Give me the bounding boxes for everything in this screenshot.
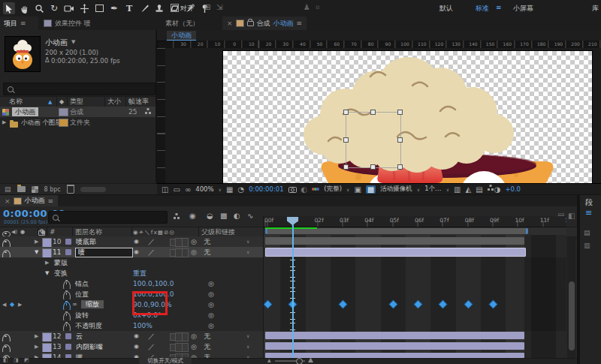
- quality-switch[interactable]: ◉: [134, 331, 139, 341]
- align-left-icon[interactable]: ▤: [584, 229, 590, 236]
- align-checkbox[interactable]: [171, 4, 179, 12]
- pickwhip-icon[interactable]: ◎: [191, 341, 197, 352]
- pickwhip-icon[interactable]: ◎: [191, 236, 197, 247]
- selection-handle[interactable]: [370, 164, 376, 170]
- rectangle-tool[interactable]: [93, 2, 105, 14]
- fx-switch[interactable]: ／: [148, 341, 155, 352]
- include-in-render-icon[interactable]: ◎: [208, 310, 214, 320]
- current-keyframe-icon[interactable]: ◆: [10, 299, 14, 310]
- library-tab[interactable]: 库: [592, 4, 599, 14]
- pickwhip-icon[interactable]: ◎: [191, 352, 197, 358]
- track-area[interactable]: 00f01f02f03f04f05f06f07f08f09f10f11f12f: [264, 216, 566, 358]
- blend-boxes[interactable]: [170, 239, 176, 246]
- include-in-render-icon[interactable]: ◎: [208, 278, 214, 289]
- parent-value[interactable]: 无: [204, 331, 210, 341]
- interpret-footage-icon[interactable]: ▤: [5, 185, 11, 193]
- frame-blending-icon[interactable]: ▩: [220, 212, 227, 220]
- panel-menu-icon[interactable]: ≡: [297, 20, 303, 27]
- property-value[interactable]: 100%: [133, 320, 153, 331]
- property-label[interactable]: 锚点: [75, 278, 89, 289]
- mask-expansion-icon[interactable]: ⊞: [204, 3, 210, 11]
- workspace-standard[interactable]: 标准: [476, 4, 489, 14]
- mask-visibility-icon[interactable]: ◔: [237, 185, 244, 194]
- timeline-zoom-slider[interactable]: [275, 360, 305, 362]
- chevron-down-icon[interactable]: ∨: [417, 187, 420, 192]
- label-swatch[interactable]: [59, 119, 68, 127]
- column-type[interactable]: 类型: [70, 97, 83, 107]
- quality-switch[interactable]: ◉: [134, 341, 139, 352]
- expand-arrow-icon[interactable]: ▶: [35, 331, 38, 341]
- pan-behind-tool[interactable]: [78, 2, 90, 14]
- comp-thumbnail[interactable]: [5, 36, 41, 72]
- timeline-scrollbar[interactable]: [567, 236, 575, 358]
- pixel-aspect-icon[interactable]: ▥: [454, 185, 461, 194]
- grid-guides-icon[interactable]: ▦: [226, 185, 233, 194]
- comp-breadcrumb[interactable]: 小动画: [167, 31, 196, 41]
- exposure-value[interactable]: +0.0: [505, 185, 521, 193]
- shy-layers-icon[interactable]: ◒: [207, 212, 213, 220]
- glasses-icon[interactable]: ∞: [185, 185, 191, 194]
- chevron-down-icon[interactable]: ∨: [346, 187, 349, 192]
- selection-handle[interactable]: [343, 164, 349, 170]
- camera-tool[interactable]: [63, 2, 75, 14]
- fast-previews-icon[interactable]: ◭: [465, 185, 471, 194]
- rotation-row[interactable]: 旋转 0x+0.0° ◎: [0, 310, 263, 320]
- reset-link[interactable]: 重置: [133, 268, 146, 278]
- chevron-down-icon[interactable]: ∨: [246, 331, 249, 341]
- panel-menu-icon[interactable]: ≡: [48, 197, 54, 205]
- layer-row-14[interactable]: ▶ 14 嘴 ◉ ／ ◎ 无 ∨: [0, 352, 263, 358]
- workspace-default[interactable]: 默认: [439, 4, 453, 14]
- exposure-icon[interactable]: ◑: [494, 185, 501, 194]
- zoom-out-mountain-icon[interactable]: ▲: [267, 357, 271, 362]
- scrollbar-thumb[interactable]: [569, 281, 575, 350]
- timeline-tab[interactable]: × 小动画 ≡: [0, 195, 58, 206]
- project-row-comp[interactable]: 小动画 合成 25: [0, 107, 156, 117]
- scale-keyframe[interactable]: [490, 301, 497, 308]
- stamp-tool[interactable]: [153, 2, 165, 14]
- fx-switch[interactable]: ／: [148, 247, 155, 257]
- parent-value[interactable]: 无: [204, 352, 210, 358]
- tab-project[interactable]: 项目 ≡: [0, 17, 38, 30]
- expand-in-out-icon[interactable]: ◩: [24, 357, 29, 363]
- blend-boxes[interactable]: [170, 249, 176, 257]
- zoom-tool[interactable]: [33, 2, 45, 14]
- item-name[interactable]: 小动画 个图层: [21, 117, 59, 128]
- zoom-slider-knob[interactable]: [296, 358, 303, 364]
- toggle-switches-modes-button[interactable]: 切换开关/模式: [139, 357, 192, 364]
- opacity-row[interactable]: 不透明度 100% ◎: [0, 320, 263, 331]
- chevron-down-icon[interactable]: ∨: [246, 247, 249, 257]
- comp-mini-flowchart-icon[interactable]: [174, 217, 176, 219]
- collapse-arrow-icon[interactable]: ▼: [35, 247, 38, 257]
- layer-name[interactable]: 嘴: [76, 352, 83, 358]
- expand-arrow-icon[interactable]: ▶: [2, 117, 6, 128]
- selection-handle[interactable]: [370, 110, 376, 115]
- graph-editor-icon[interactable]: ∿: [247, 212, 253, 220]
- parent-value[interactable]: 无: [204, 247, 210, 257]
- constrain-proportions-icon[interactable]: ∞: [72, 299, 77, 310]
- include-in-render-icon[interactable]: ◎: [208, 289, 214, 299]
- masks-group-row[interactable]: ▶ 蒙版: [0, 257, 263, 268]
- layer-name[interactable]: 喷底部: [76, 236, 96, 247]
- expand-layer-switches-icon[interactable]: ◧: [3, 357, 8, 363]
- chevron-down-icon[interactable]: ∨: [246, 341, 249, 352]
- chevron-down-icon[interactable]: ∨: [246, 352, 249, 358]
- expand-arrow-icon[interactable]: ▶: [35, 352, 38, 358]
- selection-handle[interactable]: [397, 164, 403, 170]
- align-center-icon[interactable]: ▥: [584, 242, 590, 249]
- scale-keyframe[interactable]: [415, 301, 422, 308]
- region-of-interest-icon[interactable]: ▣: [354, 185, 361, 194]
- type-tool[interactable]: T: [123, 2, 135, 14]
- selection-handle[interactable]: [397, 110, 403, 115]
- property-label[interactable]: 旋转: [75, 310, 89, 320]
- chevron-down-icon[interactable]: ▼: [71, 39, 75, 45]
- bit-depth[interactable]: 8 bpc: [44, 186, 61, 193]
- chevron-down-icon[interactable]: ∨: [219, 187, 222, 192]
- selection-box[interactable]: [346, 112, 401, 168]
- column-name[interactable]: 名称: [9, 97, 23, 107]
- next-keyframe-icon[interactable]: ▶: [18, 299, 22, 310]
- include-in-render-icon[interactable]: ◎: [208, 320, 214, 331]
- playhead-line[interactable]: [292, 218, 294, 358]
- selection-tool[interactable]: [3, 2, 15, 14]
- layer-row-11[interactable]: ▼ 11 喷 ◉ ／ ◎ 无 ∨: [0, 247, 263, 257]
- layer-row-12[interactable]: ▶ 12 云 ◉ ／ ◎ 无 ∨: [0, 331, 263, 341]
